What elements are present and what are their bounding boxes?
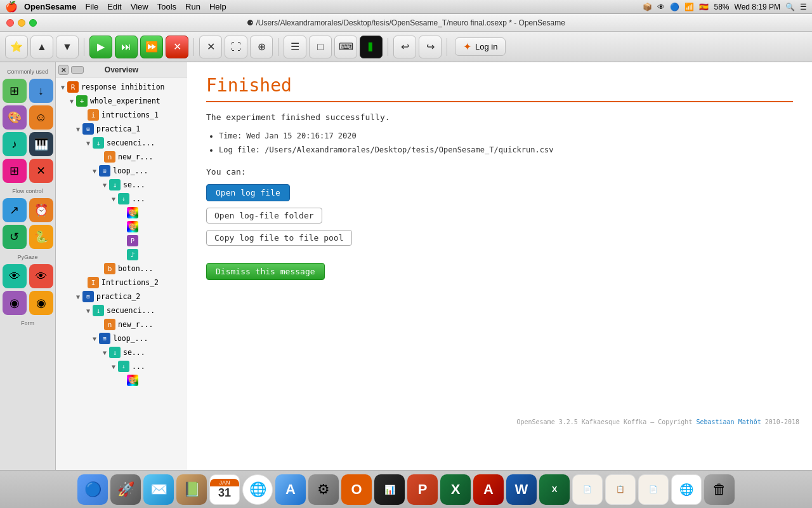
- node-icon: ⊞: [99, 165, 110, 177]
- run-quick-button[interactable]: ⏭: [115, 36, 138, 58]
- tree-row-boton[interactable]: b boton...: [56, 262, 187, 276]
- sidebar-close-x[interactable]: ✕: [58, 65, 69, 75]
- tree-row-intructions1[interactable]: i intructions_1: [56, 108, 187, 122]
- dock-rocket[interactable]: 🚀: [110, 474, 141, 505]
- tree-row-dots2[interactable]: ▼ ↓ ...: [56, 359, 187, 373]
- icon-flow1[interactable]: ↗: [3, 198, 27, 222]
- menu-tools[interactable]: Tools: [157, 2, 176, 11]
- tree-row-practica1[interactable]: ▼ ⊞ practica_1: [56, 122, 187, 136]
- merge-button[interactable]: ⊕: [250, 36, 273, 58]
- script-button[interactable]: ⌨: [334, 36, 357, 58]
- icon-eye3[interactable]: ◉: [3, 291, 27, 315]
- dock-acrobat[interactable]: A: [473, 474, 504, 505]
- detail-time: Time: Wed Jan 15 20:16:17 2020: [219, 130, 793, 144]
- dock-mail[interactable]: ✉️: [143, 474, 174, 505]
- icon-face[interactable]: ☺: [29, 105, 53, 130]
- tree-row-response-inhibition[interactable]: ▼ R response inhibition: [56, 80, 187, 94]
- dock-excel[interactable]: X: [440, 474, 471, 505]
- redo-button[interactable]: ↪: [419, 36, 442, 58]
- icon-eye4[interactable]: ◉: [29, 291, 53, 315]
- menu-edit[interactable]: Edit: [107, 2, 121, 11]
- tree-row-new-r1[interactable]: n new_r...: [56, 150, 187, 164]
- stop-button[interactable]: ✕: [166, 36, 188, 58]
- down-button[interactable]: ▼: [56, 36, 79, 58]
- kill-button[interactable]: ✕: [199, 36, 222, 58]
- run-button[interactable]: ▶: [89, 36, 112, 58]
- dock-excel2[interactable]: X: [539, 474, 570, 505]
- apple-icon[interactable]: 🍎: [5, 1, 18, 13]
- maximize-button[interactable]: [29, 19, 37, 27]
- menu-run[interactable]: Run: [185, 2, 200, 11]
- icon-table[interactable]: ⊞: [3, 79, 27, 103]
- author-link[interactable]: Sebastiaan Mathôt: [696, 418, 761, 425]
- app-name[interactable]: OpenSesame: [24, 2, 76, 11]
- icon-flow2[interactable]: ↺: [3, 225, 27, 249]
- terminal-button[interactable]: ▋: [360, 36, 383, 58]
- sidebar-close-o[interactable]: [71, 66, 84, 74]
- open-folder-button[interactable]: Open log-file folder: [206, 208, 322, 224]
- menu-view[interactable]: View: [131, 2, 148, 11]
- dock-docs[interactable]: 📄: [638, 474, 669, 505]
- menu-file[interactable]: File: [85, 2, 98, 11]
- dock-finder[interactable]: 🔵: [77, 474, 108, 505]
- undo-button[interactable]: ↩: [393, 36, 416, 58]
- tree-row-whole-experiment[interactable]: ▼ + whole_experiment: [56, 94, 187, 108]
- dock-activitymonitor[interactable]: 📊: [374, 474, 405, 505]
- dock-preview1[interactable]: 📄: [572, 474, 603, 505]
- open-log-button[interactable]: Open log file: [206, 184, 290, 201]
- tree-row-color2[interactable]: 🎨: [56, 220, 187, 234]
- dock-contacts[interactable]: 📗: [176, 474, 207, 505]
- dock-opensesame[interactable]: O: [341, 474, 372, 505]
- finder-icon: 🔵: [84, 481, 102, 498]
- copy-log-button[interactable]: Copy log file to file pool: [206, 230, 352, 246]
- dismiss-button[interactable]: Dismiss this message: [206, 263, 325, 280]
- toolbar-sep-1: [84, 38, 84, 56]
- up-button[interactable]: ▲: [30, 36, 53, 58]
- tree-row-intructions2[interactable]: I Intructions_2: [56, 276, 187, 290]
- icon-piano[interactable]: 🎹: [29, 132, 53, 156]
- tree-row-loop1[interactable]: ▼ ⊞ loop_...: [56, 164, 187, 178]
- star-button[interactable]: ⭐: [5, 36, 28, 58]
- dock-powerpoint[interactable]: P: [407, 474, 438, 505]
- rect-button[interactable]: □: [309, 36, 332, 58]
- search-icon[interactable]: 🔍: [785, 3, 795, 11]
- tree-row-dots1[interactable]: ▼ ↓ ...: [56, 192, 187, 206]
- icon-clock[interactable]: ⏰: [29, 198, 53, 222]
- dock-preview2[interactable]: 📋: [605, 474, 636, 505]
- dock-chrome[interactable]: 🌐: [242, 474, 273, 505]
- minimize-button[interactable]: [18, 19, 25, 27]
- tree-row-color3[interactable]: 🎨: [56, 373, 187, 387]
- tree-row-practica2[interactable]: ▼ ⊞ practica_2: [56, 290, 187, 304]
- menu-help[interactable]: Help: [209, 2, 226, 11]
- tree-row-loop2[interactable]: ▼ ⊞ loop_...: [56, 331, 187, 345]
- login-button[interactable]: ✦ Log in: [455, 37, 506, 56]
- dock-settings[interactable]: ⚙: [308, 474, 339, 505]
- menu-icon[interactable]: ☰: [800, 3, 807, 11]
- icon-eye1[interactable]: 👁: [3, 264, 27, 288]
- tree-row-color1[interactable]: 🎨: [56, 206, 187, 220]
- icon-color[interactable]: 🎨: [3, 105, 27, 130]
- tree-row-new-r2[interactable]: n new_r...: [56, 318, 187, 331]
- icon-download[interactable]: ↓: [29, 79, 53, 103]
- run-skip-button[interactable]: ⏩: [140, 36, 163, 58]
- icon-red-x[interactable]: ✕: [29, 159, 53, 183]
- tree-row-se1[interactable]: ▼ ↓ se...: [56, 178, 187, 192]
- tree-row-purple1[interactable]: P: [56, 234, 187, 248]
- dock-calendar[interactable]: JAN 31: [209, 474, 240, 505]
- icon-grid2[interactable]: ⊞: [3, 159, 27, 183]
- fullscreen-button[interactable]: ⛶: [225, 36, 247, 58]
- tree-row-secuenci2[interactable]: ▼ ↓ secuenci...: [56, 304, 187, 318]
- close-button[interactable]: [6, 19, 14, 27]
- dock-trash[interactable]: 🗑: [704, 474, 735, 505]
- dock-chrome2[interactable]: 🌐: [671, 474, 702, 505]
- dock-appstore[interactable]: A: [275, 474, 306, 505]
- tree-row-music1[interactable]: ♪: [56, 248, 187, 262]
- list-button[interactable]: ☰: [284, 36, 306, 58]
- dock-word[interactable]: W: [506, 474, 537, 505]
- overview-header: ✕ Overview: [56, 62, 187, 77]
- tree-row-secuenci1[interactable]: ▼ ↓ secuenci...: [56, 136, 187, 150]
- tree-row-se2[interactable]: ▼ ↓ se...: [56, 345, 187, 359]
- icon-music[interactable]: ♪: [3, 132, 27, 156]
- icon-python[interactable]: 🐍: [29, 225, 53, 249]
- icon-eye2[interactable]: 👁: [29, 264, 53, 288]
